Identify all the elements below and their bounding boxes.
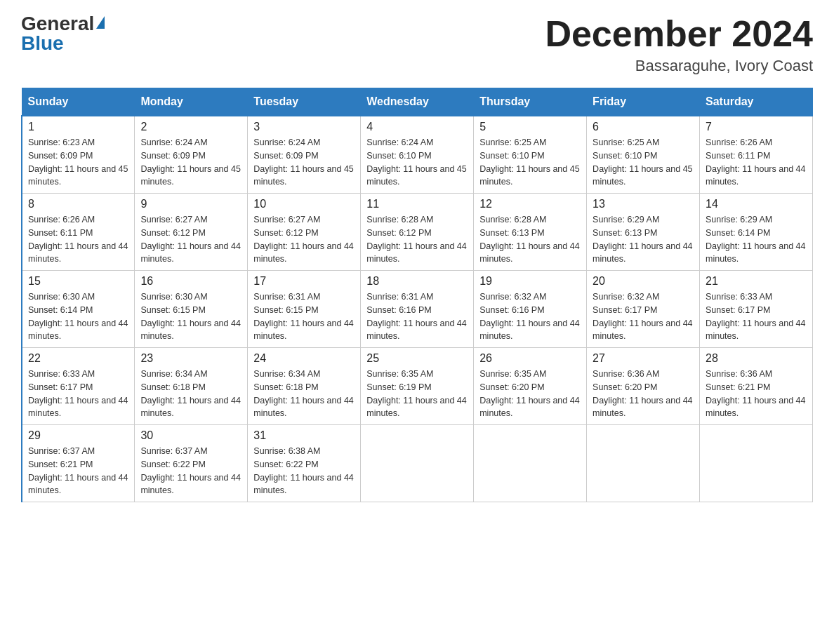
day-number: 11 bbox=[366, 198, 468, 210]
calendar-cell: 25Sunrise: 6:35 AMSunset: 6:19 PMDayligh… bbox=[361, 348, 474, 425]
page-header: General Blue December 2024 Bassaraguhe, … bbox=[21, 14, 813, 75]
column-header-sunday: Sunday bbox=[22, 88, 135, 116]
calendar-cell: 14Sunrise: 6:29 AMSunset: 6:14 PMDayligh… bbox=[700, 194, 813, 271]
calendar-cell: 3Sunrise: 6:24 AMSunset: 6:09 PMDaylight… bbox=[248, 116, 361, 194]
calendar-week-row: 22Sunrise: 6:33 AMSunset: 6:17 PMDayligh… bbox=[22, 348, 813, 425]
calendar-week-row: 1Sunrise: 6:23 AMSunset: 6:09 PMDaylight… bbox=[22, 116, 813, 194]
calendar-cell: 12Sunrise: 6:28 AMSunset: 6:13 PMDayligh… bbox=[474, 194, 587, 271]
column-header-friday: Friday bbox=[587, 88, 700, 116]
day-number: 5 bbox=[479, 121, 581, 133]
day-info: Sunrise: 6:27 AMSunset: 6:12 PMDaylight:… bbox=[140, 213, 241, 266]
day-info: Sunrise: 6:28 AMSunset: 6:12 PMDaylight:… bbox=[366, 213, 468, 266]
day-number: 20 bbox=[593, 275, 694, 288]
day-number: 8 bbox=[28, 198, 128, 210]
logo: General Blue bbox=[21, 14, 105, 53]
day-info: Sunrise: 6:38 AMSunset: 6:22 PMDaylight:… bbox=[253, 445, 355, 497]
column-header-saturday: Saturday bbox=[700, 88, 813, 116]
day-number: 21 bbox=[706, 275, 807, 288]
day-info: Sunrise: 6:37 AMSunset: 6:22 PMDaylight:… bbox=[140, 445, 241, 497]
day-number: 12 bbox=[479, 198, 581, 210]
day-info: Sunrise: 6:29 AMSunset: 6:14 PMDaylight:… bbox=[706, 213, 807, 266]
day-info: Sunrise: 6:37 AMSunset: 6:21 PMDaylight:… bbox=[28, 445, 128, 497]
day-info: Sunrise: 6:24 AMSunset: 6:09 PMDaylight:… bbox=[140, 136, 241, 189]
calendar-cell: 8Sunrise: 6:26 AMSunset: 6:11 PMDaylight… bbox=[22, 194, 135, 271]
day-number: 17 bbox=[253, 275, 355, 288]
calendar-cell bbox=[587, 425, 700, 502]
calendar-cell: 17Sunrise: 6:31 AMSunset: 6:15 PMDayligh… bbox=[248, 271, 361, 348]
calendar-cell bbox=[700, 425, 813, 502]
day-info: Sunrise: 6:28 AMSunset: 6:13 PMDaylight:… bbox=[479, 213, 581, 266]
day-info: Sunrise: 6:35 AMSunset: 6:19 PMDaylight:… bbox=[366, 368, 468, 420]
calendar-cell: 31Sunrise: 6:38 AMSunset: 6:22 PMDayligh… bbox=[248, 425, 361, 502]
day-number: 24 bbox=[253, 352, 355, 365]
day-number: 2 bbox=[140, 121, 241, 133]
day-info: Sunrise: 6:36 AMSunset: 6:21 PMDaylight:… bbox=[706, 368, 807, 420]
day-info: Sunrise: 6:29 AMSunset: 6:13 PMDaylight:… bbox=[593, 213, 694, 266]
location-text: Bassaraguhe, Ivory Coast bbox=[545, 57, 813, 75]
calendar-cell: 5Sunrise: 6:25 AMSunset: 6:10 PMDaylight… bbox=[474, 116, 587, 194]
calendar-header-row: SundayMondayTuesdayWednesdayThursdayFrid… bbox=[22, 88, 813, 116]
day-info: Sunrise: 6:34 AMSunset: 6:18 PMDaylight:… bbox=[253, 368, 355, 420]
calendar-cell bbox=[361, 425, 474, 502]
calendar-cell: 6Sunrise: 6:25 AMSunset: 6:10 PMDaylight… bbox=[587, 116, 700, 194]
calendar-cell: 24Sunrise: 6:34 AMSunset: 6:18 PMDayligh… bbox=[248, 348, 361, 425]
day-number: 22 bbox=[28, 352, 128, 365]
day-number: 25 bbox=[366, 352, 468, 365]
day-info: Sunrise: 6:35 AMSunset: 6:20 PMDaylight:… bbox=[479, 368, 581, 420]
logo-general-text: General bbox=[21, 14, 94, 34]
logo-blue-text: Blue bbox=[21, 34, 64, 53]
calendar-cell: 22Sunrise: 6:33 AMSunset: 6:17 PMDayligh… bbox=[22, 348, 135, 425]
day-info: Sunrise: 6:32 AMSunset: 6:17 PMDaylight:… bbox=[593, 290, 694, 343]
day-number: 26 bbox=[479, 352, 581, 365]
column-header-monday: Monday bbox=[135, 88, 248, 116]
month-title: December 2024 bbox=[545, 14, 813, 54]
day-info: Sunrise: 6:30 AMSunset: 6:15 PMDaylight:… bbox=[140, 290, 241, 343]
calendar-cell: 23Sunrise: 6:34 AMSunset: 6:18 PMDayligh… bbox=[135, 348, 248, 425]
calendar-cell: 7Sunrise: 6:26 AMSunset: 6:11 PMDaylight… bbox=[700, 116, 813, 194]
calendar-cell: 19Sunrise: 6:32 AMSunset: 6:16 PMDayligh… bbox=[474, 271, 587, 348]
day-number: 28 bbox=[706, 352, 807, 365]
day-number: 4 bbox=[366, 121, 468, 133]
day-number: 23 bbox=[140, 352, 241, 365]
day-number: 14 bbox=[706, 198, 807, 210]
day-number: 29 bbox=[28, 429, 128, 442]
calendar-cell: 4Sunrise: 6:24 AMSunset: 6:10 PMDaylight… bbox=[361, 116, 474, 194]
calendar-week-row: 8Sunrise: 6:26 AMSunset: 6:11 PMDaylight… bbox=[22, 194, 813, 271]
calendar-cell: 26Sunrise: 6:35 AMSunset: 6:20 PMDayligh… bbox=[474, 348, 587, 425]
calendar-cell: 9Sunrise: 6:27 AMSunset: 6:12 PMDaylight… bbox=[135, 194, 248, 271]
day-info: Sunrise: 6:26 AMSunset: 6:11 PMDaylight:… bbox=[706, 136, 807, 189]
calendar-week-row: 15Sunrise: 6:30 AMSunset: 6:14 PMDayligh… bbox=[22, 271, 813, 348]
day-info: Sunrise: 6:30 AMSunset: 6:14 PMDaylight:… bbox=[28, 290, 128, 343]
day-number: 7 bbox=[706, 121, 807, 133]
calendar-cell: 20Sunrise: 6:32 AMSunset: 6:17 PMDayligh… bbox=[587, 271, 700, 348]
day-number: 27 bbox=[593, 352, 694, 365]
day-number: 16 bbox=[140, 275, 241, 288]
day-number: 31 bbox=[253, 429, 355, 442]
calendar-cell bbox=[474, 425, 587, 502]
day-info: Sunrise: 6:31 AMSunset: 6:16 PMDaylight:… bbox=[366, 290, 468, 343]
day-info: Sunrise: 6:26 AMSunset: 6:11 PMDaylight:… bbox=[28, 213, 128, 266]
calendar-cell: 28Sunrise: 6:36 AMSunset: 6:21 PMDayligh… bbox=[700, 348, 813, 425]
calendar-cell: 21Sunrise: 6:33 AMSunset: 6:17 PMDayligh… bbox=[700, 271, 813, 348]
column-header-thursday: Thursday bbox=[474, 88, 587, 116]
day-info: Sunrise: 6:33 AMSunset: 6:17 PMDaylight:… bbox=[28, 368, 128, 420]
logo-triangle-icon bbox=[96, 16, 105, 29]
day-number: 9 bbox=[140, 198, 241, 210]
day-info: Sunrise: 6:33 AMSunset: 6:17 PMDaylight:… bbox=[706, 290, 807, 343]
calendar-week-row: 29Sunrise: 6:37 AMSunset: 6:21 PMDayligh… bbox=[22, 425, 813, 502]
day-info: Sunrise: 6:25 AMSunset: 6:10 PMDaylight:… bbox=[479, 136, 581, 189]
day-number: 18 bbox=[366, 275, 468, 288]
calendar-cell: 30Sunrise: 6:37 AMSunset: 6:22 PMDayligh… bbox=[135, 425, 248, 502]
day-number: 1 bbox=[28, 121, 128, 133]
day-info: Sunrise: 6:32 AMSunset: 6:16 PMDaylight:… bbox=[479, 290, 581, 343]
column-header-tuesday: Tuesday bbox=[248, 88, 361, 116]
calendar-cell: 18Sunrise: 6:31 AMSunset: 6:16 PMDayligh… bbox=[361, 271, 474, 348]
calendar-cell: 15Sunrise: 6:30 AMSunset: 6:14 PMDayligh… bbox=[22, 271, 135, 348]
day-number: 19 bbox=[479, 275, 581, 288]
day-info: Sunrise: 6:23 AMSunset: 6:09 PMDaylight:… bbox=[28, 136, 128, 189]
calendar-cell: 29Sunrise: 6:37 AMSunset: 6:21 PMDayligh… bbox=[22, 425, 135, 502]
column-header-wednesday: Wednesday bbox=[361, 88, 474, 116]
calendar-table: SundayMondayTuesdayWednesdayThursdayFrid… bbox=[21, 88, 813, 502]
calendar-cell: 11Sunrise: 6:28 AMSunset: 6:12 PMDayligh… bbox=[361, 194, 474, 271]
calendar-cell: 16Sunrise: 6:30 AMSunset: 6:15 PMDayligh… bbox=[135, 271, 248, 348]
